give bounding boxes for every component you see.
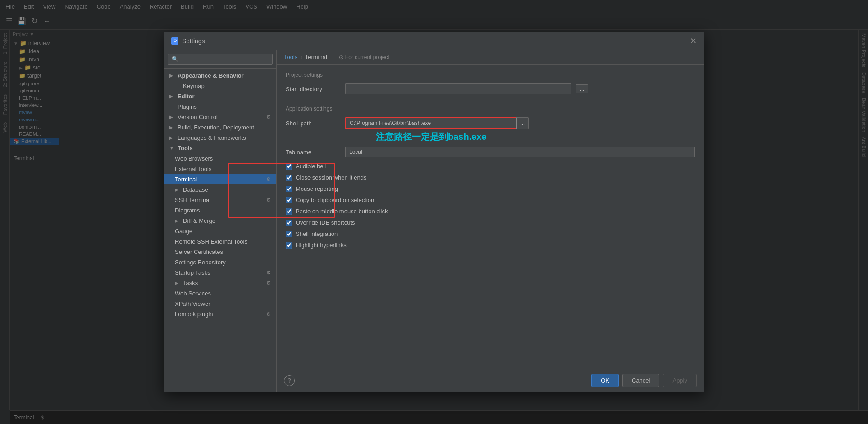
checkbox-audible-bell: Audible bell [286,162,695,171]
sidebar-item-web-services[interactable]: Web Services [164,288,276,299]
highlight-hyperlinks-checkbox[interactable] [286,242,292,249]
sidebar-item-keymap[interactable]: Keymap [164,81,276,91]
expand-icon-tools: ▼ [169,146,175,151]
sidebar-item-web-browsers[interactable]: Web Browsers [164,153,276,164]
start-directory-input[interactable] [345,83,571,94]
sidebar-item-diff-merge[interactable]: ▶ Diff & Merge [164,216,276,226]
sidebar-label-web-services: Web Services [175,290,211,297]
project-label: For current project [345,54,389,60]
sidebar-label-xpath: XPath Viewer [175,300,210,307]
settings-content: Project settings Start directory ... App… [277,65,704,369]
shell-path-label: Shell path [286,120,340,127]
sidebar-label-tools: Tools [178,145,193,152]
dialog-body: ▶ Appearance & Behavior Keymap ▶ Editor [164,50,704,392]
shell-integration-checkbox[interactable] [286,231,292,237]
sidebar-label-diagrams: Diagrams [175,207,200,214]
sidebar-label-server-certs: Server Certificates [175,249,223,255]
ok-button[interactable]: OK [591,374,619,387]
sidebar-item-gauge[interactable]: Gauge [164,226,276,236]
dialog-sidebar: ▶ Appearance & Behavior Keymap ▶ Editor [164,50,277,392]
sidebar-item-remote-ssh[interactable]: Remote SSH External Tools [164,236,276,247]
sidebar-label-external-tools: External Tools [175,166,211,172]
annotation-text: 注意路径一定是到bash.exe [376,131,695,143]
project-settings-section: Project settings [286,72,695,78]
sidebar-search-input[interactable] [168,54,273,65]
breadcrumb-tools[interactable]: Tools [284,54,297,60]
sidebar-item-plugins[interactable]: Plugins [164,101,276,112]
footer-right: OK Cancel Apply [591,374,697,387]
gear-icon-vc: ⚙ [266,114,271,120]
highlight-hyperlinks-label: Highlight hyperlinks [296,242,347,249]
paste-middle-label: Paste on middle mouse button click [296,208,388,215]
checkbox-close-session: Close session when it ends [286,173,695,182]
tab-name-label: Tab name [286,149,340,156]
settings-icon: ⚙ [171,37,178,45]
dialog-footer: ? OK Cancel Apply [277,369,704,392]
dialog-main: Tools › Terminal ⊙ For current project P… [277,50,704,392]
sidebar-label-settings-repo: Settings Repository [175,259,226,266]
sidebar-item-ssh-terminal[interactable]: SSH Terminal ⚙ [164,195,276,205]
apply-button[interactable]: Apply [663,374,697,387]
settings-dialog: ⚙ Settings ✕ ▶ Appearance & Behavior [164,32,704,392]
sidebar-item-tasks[interactable]: ▶ Tasks ⚙ [164,278,276,288]
breadcrumb-terminal: Terminal [305,54,327,60]
gear-icon-tasks: ⚙ [266,280,271,286]
sidebar-item-editor[interactable]: ▶ Editor [164,91,276,101]
mouse-reporting-label: Mouse reporting [296,185,338,192]
sidebar-label-tasks: Tasks [183,280,198,286]
dialog-close-button[interactable]: ✕ [690,36,697,46]
checkbox-paste-middle: Paste on middle mouse button click [286,207,695,216]
annotation-label: 注意路径一定是到bash.exe [376,132,487,142]
sidebar-label-lombok: Lombok plugin [175,311,213,318]
footer-left: ? [284,375,295,386]
sidebar-label-build: Build, Execution, Deployment [178,124,254,131]
copy-clipboard-checkbox[interactable] [286,197,292,203]
expand-icon-editor: ▶ [169,94,175,99]
sidebar-label-editor: Editor [178,93,195,100]
sidebar-item-appearance[interactable]: ▶ Appearance & Behavior [164,70,276,81]
sidebar-label-lang: Languages & Frameworks [178,134,246,141]
expand-icon-build: ▶ [169,125,175,130]
sidebar-item-terminal[interactable]: Terminal ⚙ [164,174,276,184]
checkbox-copy-clipboard: Copy to clipboard on selection [286,196,695,204]
dialog-title-text: Settings [182,37,205,45]
sidebar-item-version-control[interactable]: ▶ Version Control ⚙ [164,112,276,122]
sidebar-label-vc: Version Control [178,114,218,120]
sidebar-label-database: Database [183,186,208,193]
expand-icon-db: ▶ [175,187,180,192]
modal-overlay: ⚙ Settings ✕ ▶ Appearance & Behavior [0,0,868,424]
close-session-checkbox[interactable] [286,175,292,181]
app-settings-section: Application settings [286,106,695,112]
mouse-reporting-checkbox[interactable] [286,186,292,192]
gear-icon-lombok: ⚙ [266,311,271,317]
shell-path-input[interactable] [345,117,516,129]
sidebar-item-tools[interactable]: ▼ Tools [164,143,276,153]
sidebar-label-appearance: Appearance & Behavior [178,72,244,79]
sidebar-item-xpath[interactable]: XPath Viewer [164,299,276,309]
sidebar-label-startup: Startup Tasks [175,269,210,276]
sidebar-item-diagrams[interactable]: Diagrams [164,205,276,216]
sidebar-item-database[interactable]: ▶ Database [164,184,276,195]
sidebar-item-languages[interactable]: ▶ Languages & Frameworks [164,133,276,143]
gear-icon-terminal: ⚙ [266,176,271,182]
sidebar-label-diff: Diff & Merge [183,217,215,224]
start-directory-browse-btn[interactable]: ... [576,84,588,93]
sidebar-label-keymap: Keymap [183,83,205,89]
sidebar-item-startup-tasks[interactable]: Startup Tasks ⚙ [164,267,276,278]
override-ide-checkbox[interactable] [286,220,292,226]
gear-icon-startup: ⚙ [266,270,271,276]
help-button[interactable]: ? [284,375,295,386]
checkbox-highlight-hyperlinks: Highlight hyperlinks [286,241,695,249]
shell-path-browse-btn[interactable]: ... [516,117,529,129]
sidebar-item-lombok[interactable]: Lombok plugin ⚙ [164,309,276,319]
sidebar-item-external-tools[interactable]: External Tools [164,164,276,174]
cancel-button[interactable]: Cancel [622,374,659,387]
expand-icon-tasks: ▶ [175,281,180,286]
sidebar-item-build[interactable]: ▶ Build, Execution, Deployment [164,122,276,133]
paste-middle-checkbox[interactable] [286,208,292,215]
tab-name-row: Tab name [286,147,695,157]
tab-name-input[interactable] [345,147,695,157]
sidebar-item-settings-repo[interactable]: Settings Repository [164,257,276,267]
audible-bell-checkbox[interactable] [286,163,292,170]
sidebar-item-server-certs[interactable]: Server Certificates [164,247,276,257]
